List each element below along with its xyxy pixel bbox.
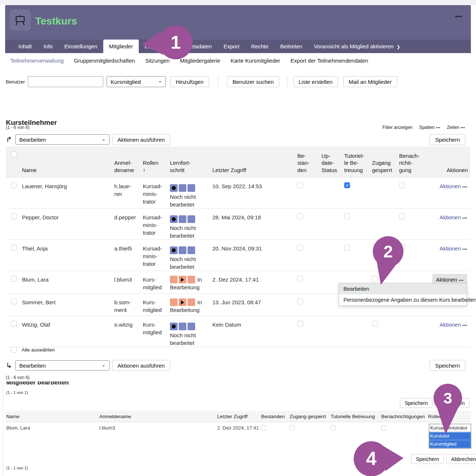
speichern-button-bottom[interactable]: Speichern: [429, 360, 465, 371]
aktionen-link[interactable]: Aktionen: [439, 214, 461, 220]
bulk-action-select-bottom[interactable]: Bearbeiten: [15, 360, 109, 371]
tab-rechte[interactable]: Rechte: [245, 40, 275, 53]
tab-hidden[interactable]: Le: [139, 40, 157, 53]
benachrichtigung-checkbox[interactable]: [399, 213, 405, 219]
col-rollen-label: Rollen: [143, 159, 168, 167]
subtab-mitgliedergalerie[interactable]: Mitgliedergalerie: [175, 57, 225, 64]
bestanden-checkbox[interactable]: [297, 245, 303, 250]
subtab-teilnehmerverwaltung[interactable]: Teilnehmerverwaltung: [5, 57, 69, 64]
option-kurstutor[interactable]: Kurstutor: [429, 432, 471, 440]
col-bestanden[interactable]: Be- stan- den: [297, 152, 321, 174]
col-benachrichtigung[interactable]: Benach- richti- gung: [399, 152, 430, 174]
abbrechen-button-edit-bottom[interactable]: Abbrechen: [446, 454, 476, 464]
progress-label: Noch nicht bearbeitet: [170, 224, 209, 239]
benutzer-input[interactable]: [28, 76, 103, 87]
liste-erstellen-button[interactable]: Liste erstellen: [293, 76, 338, 87]
aktionen-link[interactable]: Aktionen: [439, 321, 461, 328]
bulk-action-select-top[interactable]: Bearbeiten: [15, 134, 109, 145]
bestanden-checkbox[interactable]: [297, 182, 303, 188]
tab-voransicht[interactable]: Voransicht als Mitglied aktivieren❯: [308, 40, 406, 53]
tab-mitglieder[interactable]: Mitglieder: [103, 40, 139, 53]
tab-voransicht-label: Voransicht als Mitglied aktivieren: [314, 43, 394, 49]
row-checkbox[interactable]: [11, 321, 17, 327]
bestanden-checkbox[interactable]: [297, 276, 303, 282]
subtab-karte-kursmitglieder[interactable]: Karte Kursmitglieder: [225, 57, 285, 64]
zugang-checkbox[interactable]: [372, 276, 378, 282]
row-checkbox[interactable]: [11, 276, 17, 282]
progress-cell: In Bearbeitung: [170, 276, 212, 291]
col-rollen[interactable]: Rollen↑: [143, 159, 170, 174]
mail-an-mitglieder-button[interactable]: Mail an Mitglieder: [343, 76, 397, 87]
hinzufuegen-button[interactable]: Hinzufügen: [170, 76, 209, 87]
benutzer-suchen-button[interactable]: Benutzer suchen: [227, 76, 279, 87]
row-checkbox[interactable]: [11, 213, 17, 219]
last-access-cell: 2. Dez 2024, 17:41: [217, 425, 261, 431]
aktionen-ausfuehren-button-top[interactable]: Aktionen ausführen: [112, 134, 170, 145]
benachrichtigung-cell: [399, 182, 430, 190]
tab-beitreten[interactable]: Beitreten: [274, 40, 308, 53]
table-row: Witzig, Olaf o.witzig Kurs- mitglied Noc…: [6, 316, 470, 347]
subtab-export-teilnehmendendaten[interactable]: Export der Teilnehmendendaten: [285, 57, 373, 64]
speichern-button-edit-top[interactable]: Speichern: [400, 398, 432, 408]
menu-item-bearbeiten[interactable]: Bearbeiten: [339, 283, 466, 294]
tutorielle-cell: [344, 182, 372, 190]
divider: [218, 75, 218, 88]
bestanden-cell: [297, 298, 321, 306]
apply-up-arrow-icon: ↱: [6, 136, 12, 143]
easel-icon: [14, 14, 26, 26]
aktionen-ausfuehren-button-bottom[interactable]: Aktionen ausführen: [112, 360, 170, 371]
aktionen-dots-icon[interactable]: •••: [462, 323, 467, 327]
zeilen-menu[interactable]: Zeilen •••: [447, 125, 465, 130]
banner-more-icon[interactable]: •••: [455, 13, 462, 19]
tutorielle-checkbox[interactable]: [344, 182, 350, 188]
header-checkbox[interactable]: [11, 152, 17, 157]
benachrichtigung-checkbox[interactable]: [399, 182, 405, 188]
aktionen-dots-icon[interactable]: •••: [462, 216, 467, 220]
bestanden-checkbox[interactable]: [297, 321, 303, 327]
tab-export[interactable]: Export: [217, 40, 245, 53]
role-select-value: Kursmitglied: [111, 79, 141, 85]
bestanden-checkbox[interactable]: [297, 213, 303, 219]
speichern-button-edit-bottom[interactable]: Speichern: [411, 454, 444, 464]
subtab-sitzungen[interactable]: Sitzungen: [140, 57, 175, 64]
col-letzter-zugriff[interactable]: Letzter Zugriff: [212, 167, 297, 174]
bestanden-checkbox[interactable]: [297, 298, 303, 304]
row-checkbox[interactable]: [11, 182, 17, 188]
aktionen-dots-icon[interactable]: •••: [462, 247, 467, 251]
tutorielle-checkbox[interactable]: [344, 213, 350, 219]
col-update-status[interactable]: Up- date- Status: [321, 152, 344, 174]
sort-asc-icon[interactable]: ↑: [143, 167, 168, 174]
tab-info[interactable]: Info: [38, 40, 59, 53]
benachrichtigungen-checkbox[interactable]: [381, 425, 386, 430]
aktionen-dots-icon[interactable]: •••: [462, 185, 467, 189]
zugang-checkbox[interactable]: [290, 425, 295, 430]
tutorielle-checkbox[interactable]: [331, 425, 336, 430]
spalten-menu[interactable]: Spalten •••: [419, 125, 440, 130]
aktionen-link[interactable]: Aktionen: [439, 183, 461, 189]
speichern-button-top[interactable]: Speichern: [429, 134, 465, 145]
zugang-checkbox[interactable]: [372, 321, 378, 327]
option-kursadministrator[interactable]: Kursadministrator: [429, 424, 471, 432]
col-lernfortschritt[interactable]: Lernfort- schritt: [170, 159, 212, 174]
option-kursmitglied[interactable]: Kursmitglied: [429, 440, 471, 448]
zugang-cell: [290, 425, 331, 431]
role-select[interactable]: Kursmitglied: [107, 76, 166, 87]
aktionen-link[interactable]: Aktionen: [439, 245, 461, 252]
benachrichtigung-checkbox[interactable]: [399, 245, 405, 250]
col-name[interactable]: Name: [22, 167, 114, 174]
subtab-gruppenmitgliedschaften[interactable]: Gruppenmitgliedschaften: [69, 57, 140, 64]
filter-anzeigen-link[interactable]: Filter anzeigen: [383, 125, 413, 130]
tab-inhalt[interactable]: Inhalt: [12, 40, 38, 53]
menu-item-personenbezogene[interactable]: Personenbezogene Angaben zu diesem Kurs …: [339, 294, 466, 305]
tab-einstellungen[interactable]: Einstellungen: [59, 40, 103, 53]
select-all-checkbox[interactable]: [11, 347, 17, 353]
col-zugang-gesperrt[interactable]: Zugang gesperrt: [372, 159, 399, 174]
col-tutorielle-betreuung[interactable]: Tutoriel- le Be- treuung: [344, 152, 372, 174]
abbrechen-button-edit-top[interactable]: Abbrechen: [435, 398, 469, 408]
tab-metadaten[interactable]: Metadaten: [180, 40, 218, 53]
tutorielle-checkbox[interactable]: [344, 245, 350, 250]
row-checkbox[interactable]: [11, 298, 17, 304]
col-anmeldename[interactable]: Anmel- dename: [114, 159, 143, 174]
row-checkbox[interactable]: [11, 245, 17, 250]
bestanden-checkbox[interactable]: [261, 425, 266, 430]
